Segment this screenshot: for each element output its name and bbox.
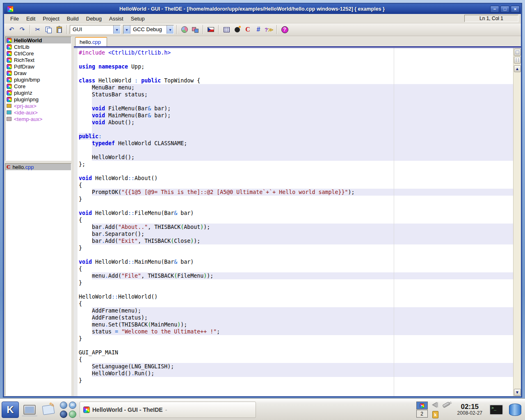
code-line[interactable] bbox=[74, 203, 513, 210]
package-item[interactable]: RichText bbox=[5, 57, 71, 63]
package-item[interactable]: Core bbox=[5, 83, 71, 89]
code-line[interactable] bbox=[74, 126, 513, 133]
menu-edit[interactable]: Edit bbox=[23, 15, 39, 23]
code-line[interactable] bbox=[74, 286, 513, 293]
package-item[interactable]: Draw bbox=[5, 70, 71, 76]
package-item[interactable]: PdfDraw bbox=[5, 63, 71, 70]
code-line[interactable]: { bbox=[74, 265, 513, 272]
packages-icon[interactable] bbox=[190, 25, 200, 34]
close-button[interactable]: × bbox=[511, 6, 520, 13]
scroll-down-button[interactable]: ▼ bbox=[514, 389, 521, 396]
redo-icon[interactable]: ↷ bbox=[17, 25, 27, 34]
code-line[interactable]: void About(); bbox=[74, 119, 513, 126]
code-area[interactable]: #include <CtrlLib/CtrlLib.h>using namesp… bbox=[74, 48, 513, 396]
build-method-combobox[interactable]: ▾ GCC Debug ▾ bbox=[123, 25, 174, 34]
code-line[interactable]: { bbox=[74, 300, 513, 307]
chevron-down-icon[interactable]: ▾ bbox=[123, 25, 130, 34]
code-line[interactable]: } bbox=[74, 335, 513, 342]
vertical-scrollbar[interactable]: ▲ ▼ bbox=[513, 48, 521, 396]
maximize-button[interactable]: □ bbox=[500, 6, 509, 13]
package-item[interactable]: HelloWorld bbox=[5, 37, 71, 43]
code-line[interactable]: SetLanguage(LNG_ENGLISH); bbox=[74, 363, 513, 370]
package-item[interactable]: <prj-aux> bbox=[5, 103, 71, 109]
package-item[interactable]: <temp-aux> bbox=[5, 116, 71, 122]
pager-desktop-2[interactable]: 2 bbox=[416, 410, 428, 418]
code-line[interactable] bbox=[74, 168, 513, 175]
copy-icon[interactable] bbox=[43, 25, 53, 34]
menu-assist[interactable]: Assist bbox=[105, 15, 127, 23]
code-line[interactable]: HelloWorld(); bbox=[74, 154, 513, 161]
designer-icon[interactable] bbox=[180, 25, 189, 34]
main-config-combobox[interactable]: GUI ▾ bbox=[70, 25, 121, 34]
kmenu-button[interactable]: K bbox=[2, 402, 19, 418]
code-line[interactable] bbox=[74, 147, 513, 154]
undo-icon[interactable]: ↶ bbox=[7, 25, 16, 34]
cut-icon[interactable]: ✂ bbox=[33, 25, 43, 34]
paste-icon[interactable] bbox=[54, 25, 64, 34]
editor-bar-toggle-icon[interactable] bbox=[514, 49, 521, 56]
code-line[interactable]: menu.Add("File", THISBACK(FileMenu)); bbox=[74, 272, 513, 279]
package-item[interactable]: CtrlCore bbox=[5, 50, 71, 57]
code-line[interactable] bbox=[74, 70, 513, 77]
code-line[interactable]: void MainMenu(Bar& bar); bbox=[74, 112, 513, 119]
file-list[interactable]: C hello.cpp bbox=[5, 163, 71, 396]
desktop-pager[interactable]: 2 bbox=[416, 402, 428, 418]
package-item[interactable]: plugin\z bbox=[5, 89, 71, 96]
debug-bomb-icon[interactable] bbox=[232, 25, 242, 34]
menu-debug[interactable]: Debug bbox=[82, 15, 105, 23]
language-flag-icon[interactable] bbox=[206, 25, 216, 34]
code-line[interactable]: void HelloWorld::MainMenu(Bar& bar) bbox=[74, 258, 513, 265]
title-bar[interactable]: HelloWorld - GUI - TheIDE - [/home/maldo… bbox=[4, 4, 521, 14]
code-line[interactable]: bar.Separator(); bbox=[74, 231, 513, 237]
code-line[interactable]: bar.Add("About..", THISBACK(About)); bbox=[74, 224, 513, 231]
pager-desktop-1[interactable] bbox=[416, 402, 428, 409]
code-line[interactable]: status = "Welcome to the Ultimate++ !"; bbox=[74, 328, 513, 335]
chevron-down-icon[interactable]: ▾ bbox=[167, 25, 173, 34]
firefox-icon[interactable] bbox=[60, 411, 67, 418]
minimize-button[interactable]: − bbox=[490, 6, 499, 13]
code-line[interactable] bbox=[74, 56, 513, 63]
editor-split-toggle-icon[interactable] bbox=[514, 57, 521, 64]
code-line[interactable]: } bbox=[74, 377, 513, 384]
package-item[interactable]: plugin\png bbox=[5, 96, 71, 103]
menu-project[interactable]: Project bbox=[39, 15, 63, 23]
code-line[interactable]: bar.Add("Exit", THISBACK(Close)); bbox=[74, 237, 513, 244]
code-line[interactable]: class HelloWorld : public TopWindow { bbox=[74, 77, 513, 84]
code-line[interactable]: StatusBar status; bbox=[74, 91, 513, 98]
code-line[interactable]: #include <CtrlLib/CtrlLib.h> bbox=[74, 49, 513, 56]
task-button-theide[interactable]: HelloWorld - GUI - TheIDE - bbox=[80, 402, 256, 418]
code-line[interactable]: AddFrame(status); bbox=[74, 314, 513, 321]
menu-setup[interactable]: Setup bbox=[127, 15, 148, 23]
plug-icon[interactable] bbox=[442, 402, 450, 408]
storage-launcher[interactable] bbox=[507, 402, 523, 418]
volume-icon[interactable] bbox=[433, 402, 438, 408]
code-line[interactable]: PromptOK("{{1@5 [@9= This is the]::@2 [A… bbox=[74, 189, 513, 196]
code-line[interactable]: HelloWorld().Run(); bbox=[74, 370, 513, 377]
code-line[interactable]: { bbox=[74, 182, 513, 189]
package-item[interactable]: CtrlLib bbox=[5, 43, 71, 50]
code-line[interactable]: void FileMenu(Bar& bar); bbox=[74, 105, 513, 112]
code-line[interactable]: }; bbox=[74, 161, 513, 168]
browser-globe-icon[interactable] bbox=[60, 402, 67, 409]
code-line[interactable]: using namespace Upp; bbox=[74, 63, 513, 70]
help-icon[interactable]: ? bbox=[280, 25, 290, 34]
code-line[interactable]: MenuBar menu; bbox=[74, 84, 513, 91]
notes-icon[interactable] bbox=[40, 402, 57, 418]
tab-hello-cpp[interactable]: hello.cpp bbox=[75, 37, 107, 46]
code-line[interactable]: { bbox=[74, 356, 513, 363]
code-line[interactable] bbox=[74, 342, 513, 349]
editor-gutter[interactable] bbox=[74, 48, 78, 396]
code-line[interactable]: GUI_APP_MAIN bbox=[74, 349, 513, 356]
file-list-item-hello-cpp[interactable]: C hello.cpp bbox=[5, 164, 71, 170]
scroll-up-button[interactable]: ▲ bbox=[514, 65, 521, 72]
code-line[interactable]: typedef HelloWorld CLASSNAME; bbox=[74, 140, 513, 147]
menu-file[interactable]: File bbox=[7, 15, 23, 23]
code-line[interactable]: AddFrame(menu); bbox=[74, 307, 513, 314]
code-line[interactable]: { bbox=[74, 217, 513, 224]
code-viewport[interactable]: #include <CtrlLib/CtrlLib.h>using namesp… bbox=[74, 48, 513, 396]
preprocess-hash-icon[interactable]: # bbox=[253, 25, 263, 34]
terminal-launcher[interactable]: >_ bbox=[488, 402, 504, 418]
package-item[interactable]: plugin/bmp bbox=[5, 76, 71, 83]
package-list[interactable]: HelloWorldCtrlLibCtrlCoreRichTextPdfDraw… bbox=[5, 37, 71, 161]
code-line[interactable]: HelloWorld::HelloWorld() bbox=[74, 293, 513, 300]
